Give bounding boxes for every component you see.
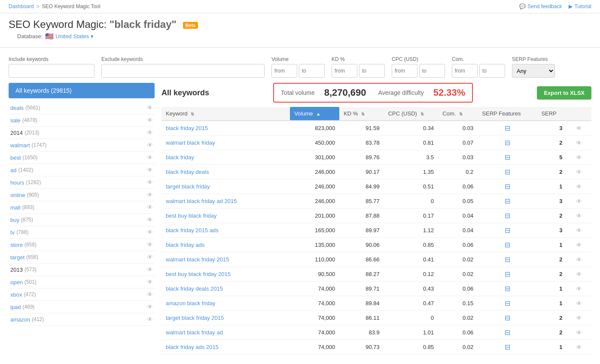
all-keywords-button[interactable]: All keywords (29815): [9, 83, 155, 98]
serp-features-icon[interactable]: ⊟: [505, 300, 510, 307]
sidebar-item-link[interactable]: ipad: [10, 304, 21, 310]
eye-icon[interactable]: 👁: [147, 167, 153, 173]
sidebar-item-link[interactable]: target: [10, 254, 24, 261]
com-to-input[interactable]: [479, 64, 505, 78]
eye-icon[interactable]: 👁: [147, 316, 153, 323]
cpc-from-input[interactable]: [392, 64, 417, 78]
tutorial-link[interactable]: ▶ Tutorial: [569, 3, 591, 9]
serp-features-icon[interactable]: ⊟: [505, 154, 510, 161]
list-item[interactable]: open (501) 👁: [9, 276, 155, 288]
row-eye-icon[interactable]: 👁: [576, 285, 582, 292]
sidebar-item-link[interactable]: xbox: [10, 291, 22, 298]
keyword-link[interactable]: best buy black friday 2015: [166, 271, 231, 277]
eye-icon[interactable]: 👁: [147, 129, 153, 136]
row-eye-icon[interactable]: 👁: [576, 154, 582, 161]
row-eye-icon[interactable]: 👁: [576, 315, 582, 322]
list-item[interactable]: buy (875) 👁: [9, 214, 155, 226]
eye-icon[interactable]: 👁: [147, 204, 153, 211]
list-item[interactable]: amazon (412) 👁: [9, 313, 155, 326]
list-item[interactable]: 2013 (573) 👁: [9, 264, 155, 276]
col-com-header[interactable]: Com. ⇅: [438, 107, 478, 121]
serp-features-icon[interactable]: ⊟: [505, 227, 510, 234]
list-item[interactable]: 2014 (2013) 👁: [9, 127, 155, 139]
list-item[interactable]: hours (1282) 👁: [9, 176, 155, 189]
eye-icon[interactable]: 👁: [147, 104, 153, 111]
sidebar-item-link[interactable]: buy: [10, 217, 19, 223]
eye-icon[interactable]: 👁: [147, 303, 153, 310]
row-eye-icon[interactable]: 👁: [576, 271, 582, 278]
eye-icon[interactable]: 👁: [147, 241, 153, 248]
keyword-link[interactable]: target black friday: [166, 183, 210, 190]
row-eye-icon[interactable]: 👁: [576, 212, 582, 219]
serp-features-icon[interactable]: ⊟: [505, 241, 510, 249]
database-selector[interactable]: 🇺🇸 United States ▾: [45, 32, 94, 40]
serp-features-icon[interactable]: ⊟: [505, 212, 510, 219]
sidebar-item-link[interactable]: tv: [10, 229, 15, 236]
row-eye-icon[interactable]: 👁: [576, 344, 582, 351]
kd-to-input[interactable]: [359, 64, 385, 78]
keyword-link[interactable]: walmart black friday ad: [166, 329, 223, 336]
col-cpc-header[interactable]: CPC (USD) ⇅: [384, 107, 439, 121]
keyword-link[interactable]: black friday deals: [166, 169, 209, 175]
volume-from-input[interactable]: [271, 64, 297, 78]
breadcrumb-home[interactable]: Dashboard: [9, 3, 34, 9]
serp-features-icon[interactable]: ⊟: [505, 183, 510, 190]
sidebar-item-link[interactable]: mall: [10, 204, 21, 211]
list-item[interactable]: xbox (472) 👁: [9, 288, 155, 301]
list-item[interactable]: mall (893) 👁: [9, 201, 155, 214]
list-item[interactable]: walmart (1747) 👁: [9, 139, 155, 152]
list-item[interactable]: deals (5661) 👁: [9, 102, 155, 114]
row-eye-icon[interactable]: 👁: [576, 169, 582, 176]
list-item[interactable]: sale (4878) 👁: [9, 114, 155, 127]
serp-features-select[interactable]: Any: [512, 64, 555, 78]
serp-features-icon[interactable]: ⊟: [505, 256, 510, 263]
eye-icon[interactable]: 👁: [147, 179, 153, 186]
sidebar-item-link[interactable]: best: [10, 155, 21, 161]
eye-icon[interactable]: 👁: [147, 229, 153, 236]
eye-icon[interactable]: 👁: [147, 117, 153, 124]
serp-features-icon[interactable]: ⊟: [505, 314, 510, 322]
keyword-link[interactable]: walmart black friday 2015: [166, 256, 229, 263]
eye-icon[interactable]: 👁: [147, 216, 153, 223]
keyword-link[interactable]: black friday ads: [166, 242, 204, 248]
eye-icon[interactable]: 👁: [147, 291, 153, 298]
sidebar-item-link[interactable]: deals: [10, 105, 24, 111]
keyword-link[interactable]: black friday ads 2015: [166, 344, 219, 350]
list-item[interactable]: best (1650) 👁: [9, 152, 155, 164]
serp-features-icon[interactable]: ⊟: [505, 285, 510, 292]
keyword-link[interactable]: black friday: [166, 154, 194, 161]
list-item[interactable]: ad (1402) 👁: [9, 164, 155, 176]
row-eye-icon[interactable]: 👁: [576, 242, 582, 249]
col-kd-header[interactable]: KD % ⇅: [339, 107, 384, 121]
sidebar-item-link[interactable]: online: [10, 192, 25, 198]
keyword-link[interactable]: black friday 2015 ads: [166, 227, 219, 234]
row-eye-icon[interactable]: 👁: [576, 183, 582, 190]
serp-features-icon[interactable]: ⊟: [505, 343, 510, 351]
sidebar-item-link[interactable]: 2014: [10, 130, 23, 136]
eye-icon[interactable]: 👁: [147, 254, 153, 261]
serp-features-icon[interactable]: ⊟: [505, 124, 510, 132]
sidebar-item-link[interactable]: 2013: [10, 267, 23, 273]
volume-to-input[interactable]: [299, 64, 325, 78]
row-eye-icon[interactable]: 👁: [576, 198, 582, 205]
sidebar-item-link[interactable]: hours: [10, 179, 24, 186]
sidebar-item-link[interactable]: open: [10, 279, 23, 285]
serp-features-icon[interactable]: ⊟: [505, 270, 510, 278]
eye-icon[interactable]: 👁: [147, 154, 153, 161]
sidebar-item-link[interactable]: amazon: [10, 316, 30, 323]
row-eye-icon[interactable]: 👁: [576, 300, 582, 307]
eye-icon[interactable]: 👁: [147, 142, 153, 149]
keyword-link[interactable]: target black friday 2015: [166, 315, 224, 321]
export-button[interactable]: Export to XLSX: [537, 86, 591, 100]
sidebar-item-link[interactable]: walmart: [10, 142, 30, 149]
keyword-link[interactable]: amazon black friday: [166, 300, 216, 306]
serp-features-icon[interactable]: ⊟: [505, 329, 510, 336]
row-eye-icon[interactable]: 👁: [576, 329, 582, 336]
list-item[interactable]: ipad (469) 👁: [9, 301, 155, 313]
serp-features-icon[interactable]: ⊟: [505, 197, 510, 205]
include-keywords-input[interactable]: [9, 64, 94, 78]
com-from-input[interactable]: [452, 64, 478, 78]
list-item[interactable]: store (658) 👁: [9, 239, 155, 251]
keyword-link[interactable]: best buy black friday: [166, 212, 217, 219]
row-eye-icon[interactable]: 👁: [576, 140, 582, 146]
